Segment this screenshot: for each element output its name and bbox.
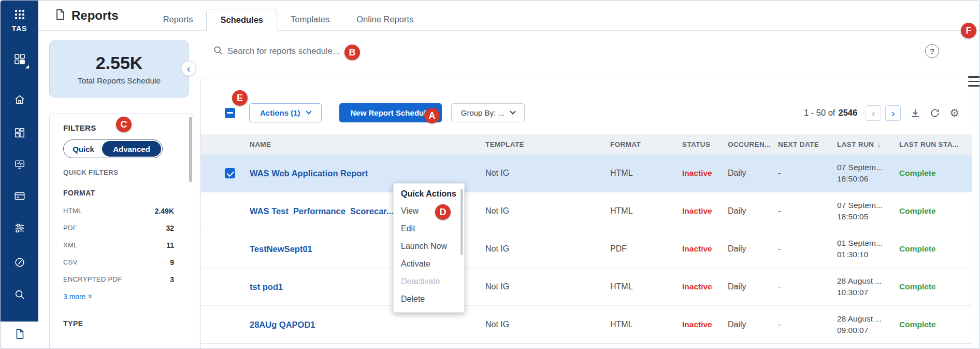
sort-desc-icon: ↓ bbox=[877, 141, 881, 148]
billing-icon[interactable] bbox=[14, 190, 25, 202]
menu-item-edit[interactable]: Edit bbox=[394, 220, 464, 238]
column-header-occurrence[interactable]: OCCUREN... bbox=[728, 141, 778, 148]
annotation-badge-b: B bbox=[344, 45, 360, 60]
menu-item-activate[interactable]: Activate bbox=[394, 255, 464, 273]
column-header-name[interactable]: NAME bbox=[250, 141, 485, 148]
download-button[interactable] bbox=[910, 108, 920, 118]
chevron-down-icon bbox=[510, 108, 515, 114]
cell-format: PDF bbox=[610, 244, 682, 254]
last-run-status: Complete bbox=[899, 320, 972, 329]
settings-button[interactable]: ⚙ bbox=[949, 107, 959, 118]
filters-scrollbar[interactable] bbox=[189, 117, 192, 182]
download-icon bbox=[910, 108, 920, 118]
next-page-button[interactable]: › bbox=[885, 105, 901, 121]
table-row[interactable]: TestNewSept01 Not IG PDF Inactive Daily … bbox=[201, 230, 972, 268]
format-heading: FORMAT bbox=[63, 189, 183, 197]
cell-occurrence: Daily bbox=[728, 244, 778, 254]
refresh-button[interactable] bbox=[930, 108, 940, 118]
report-name-link[interactable]: tst pod1 bbox=[250, 282, 283, 291]
hamburger-icon bbox=[968, 76, 979, 78]
filter-item-pdf[interactable]: PDF 32 bbox=[63, 219, 174, 236]
filter-item-csv[interactable]: CSV 9 bbox=[63, 254, 174, 271]
column-header-next-date[interactable]: NEXT DATE bbox=[778, 141, 837, 148]
group-by-button[interactable]: Group By: ... bbox=[451, 103, 525, 122]
column-header-status[interactable]: STATUS bbox=[682, 141, 728, 148]
column-header-last-run-status[interactable]: LAST RUN STA... bbox=[899, 141, 972, 148]
actions-button[interactable]: Actions (1) bbox=[249, 103, 322, 122]
menu-item-delete[interactable]: Delete bbox=[394, 290, 464, 308]
home-icon[interactable] bbox=[14, 94, 25, 105]
tab-schedules[interactable]: Schedules bbox=[206, 9, 277, 31]
cell-occurrence: Daily bbox=[728, 320, 778, 329]
sidebar-search-icon[interactable] bbox=[14, 289, 25, 300]
select-all-checkbox[interactable] bbox=[225, 108, 235, 118]
summary-label: Total Reports Schedule bbox=[78, 76, 161, 86]
menu-item-launch-now[interactable]: Launch Now bbox=[394, 238, 464, 255]
report-name-link[interactable]: TestNewSept01 bbox=[250, 244, 312, 254]
annotation-badge-f: F bbox=[961, 23, 976, 38]
table-header: NAME TEMPLATE FORMAT STATUS OCCUREN... N… bbox=[201, 134, 972, 155]
tab-reports[interactable]: Reports bbox=[150, 8, 207, 30]
tab-templates[interactable]: Templates bbox=[277, 8, 343, 30]
cell-template: Not IG bbox=[485, 169, 610, 178]
table-row[interactable]: tst pod1 Not IG HTML Inactive Daily - 28… bbox=[201, 268, 972, 306]
annotation-badge-e: E bbox=[232, 90, 248, 106]
row-checkbox[interactable] bbox=[225, 168, 235, 178]
cell-next-date: - bbox=[778, 282, 837, 291]
cell-template: Not IG bbox=[485, 320, 610, 329]
toggle-quick[interactable]: Quick bbox=[65, 141, 102, 157]
last-run-status: Complete bbox=[899, 282, 972, 291]
table-row[interactable]: 28AUg QAPOD1 Not IG HTML Inactive Daily … bbox=[201, 306, 972, 344]
filters-title: FILTERS bbox=[63, 123, 96, 132]
report-name-link[interactable]: WAS Test_Performance_Scorecar... bbox=[250, 206, 394, 216]
report-name-link[interactable]: WAS Web Application Report bbox=[250, 169, 368, 178]
compass-icon[interactable] bbox=[14, 257, 25, 268]
status-badge: Inactive bbox=[682, 320, 728, 329]
cell-next-date: - bbox=[778, 169, 837, 178]
chevron-left-icon: ‹ bbox=[872, 107, 875, 119]
page-body: 2.55K Total Reports Schedule ‹ FILTERS Q… bbox=[38, 31, 979, 348]
dashboard-icon[interactable] bbox=[14, 127, 25, 138]
cell-last-run: 01 Septem...01:30:10 bbox=[837, 238, 899, 260]
menu-button[interactable] bbox=[968, 76, 979, 87]
cell-occurrence: Daily bbox=[728, 169, 778, 178]
tab-bar: Reports Schedules Templates Online Repor… bbox=[150, 1, 427, 30]
search-input[interactable] bbox=[227, 46, 921, 56]
main-area: Reports Reports Schedules Templates Onli… bbox=[38, 1, 979, 348]
cell-next-date: - bbox=[778, 206, 837, 216]
filter-item-encrypted-pdf[interactable]: ENCRYPTED PDF 3 bbox=[63, 271, 174, 288]
modules-icon[interactable] bbox=[14, 53, 25, 65]
tab-online-reports[interactable]: Online Reports bbox=[343, 8, 427, 30]
cell-template: Not IG bbox=[485, 282, 610, 291]
menu-item-deactivate: Deactivate bbox=[394, 273, 464, 290]
menu-item-view[interactable]: View bbox=[394, 202, 464, 220]
document-icon bbox=[54, 8, 66, 23]
filter-mode-toggle: Quick Advanced bbox=[63, 139, 163, 158]
table-row[interactable]: WAS Web Application Report Not IG HTML I… bbox=[201, 155, 972, 192]
scan-icon[interactable] bbox=[14, 159, 25, 170]
sidebar-item-reports[interactable] bbox=[1, 322, 38, 348]
filter-item-html[interactable]: HTML 2.49K bbox=[63, 202, 174, 219]
help-button[interactable]: ? bbox=[925, 44, 939, 58]
status-badge: Inactive bbox=[682, 206, 728, 216]
column-header-format[interactable]: FORMAT bbox=[610, 141, 682, 148]
refresh-icon bbox=[930, 108, 940, 118]
gear-icon: ⚙ bbox=[949, 107, 959, 118]
menu-scrollbar[interactable] bbox=[460, 189, 463, 255]
sliders-icon[interactable] bbox=[14, 222, 25, 234]
report-name-link[interactable]: 28AUg QAPOD1 bbox=[250, 320, 315, 329]
table-row[interactable]: WAS Test_Performance_Scorecar... Not IG … bbox=[201, 192, 972, 230]
pagination-range: 1 - 50 of2546 bbox=[804, 108, 857, 118]
format-filter-list: HTML 2.49K PDF 32 XML 11 CSV bbox=[63, 202, 174, 288]
more-formats-link[interactable]: 3 more » bbox=[63, 292, 183, 301]
apps-grid-icon[interactable] bbox=[14, 9, 25, 20]
cell-last-run: 28 August ...10:30:07 bbox=[837, 275, 899, 298]
app-window: TAS bbox=[0, 0, 980, 349]
toggle-advanced[interactable]: Advanced bbox=[102, 141, 161, 157]
filters-panel: FILTERS Quick Advanced QUICK FILTERS FOR… bbox=[49, 114, 194, 348]
chevron-right-icon: › bbox=[891, 107, 895, 119]
prev-page-button[interactable]: ‹ bbox=[866, 105, 881, 121]
filter-item-xml[interactable]: XML 11 bbox=[63, 236, 174, 254]
column-header-template[interactable]: TEMPLATE bbox=[485, 141, 610, 148]
column-header-last-run[interactable]: LAST RUN↓ bbox=[837, 141, 899, 148]
